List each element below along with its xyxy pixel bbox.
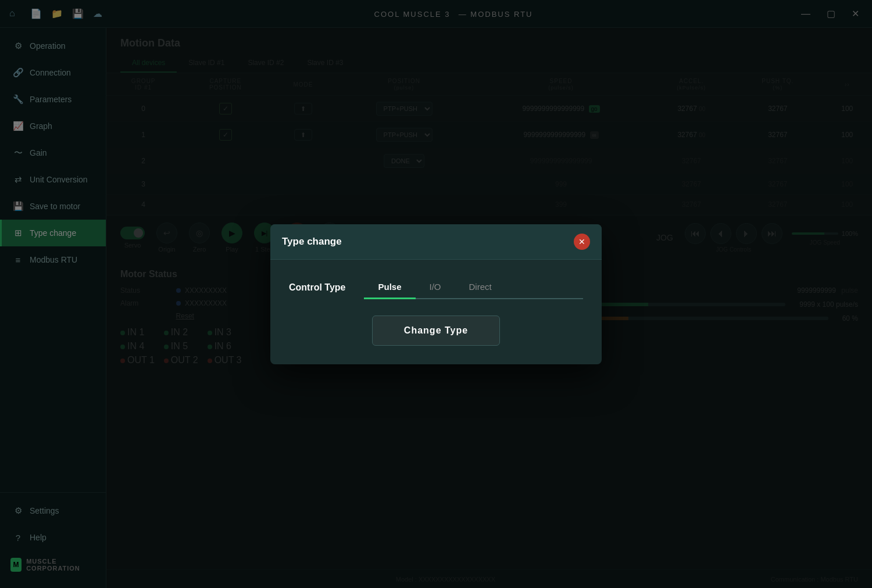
control-type-row: Control Type Pulse I/O Direct: [289, 276, 583, 299]
tab-direct[interactable]: Direct: [455, 276, 506, 299]
type-change-modal: Type change ✕ Control Type Pulse I/O Dir…: [270, 224, 602, 364]
modal-overlay: Type change ✕ Control Type Pulse I/O Dir…: [0, 0, 872, 588]
modal-close-button[interactable]: ✕: [574, 234, 590, 250]
tab-pulse[interactable]: Pulse: [364, 276, 415, 299]
change-type-button[interactable]: Change Type: [372, 315, 500, 346]
type-tabs: Pulse I/O Direct: [364, 276, 583, 299]
modal-title: Type change: [282, 236, 342, 248]
tab-io[interactable]: I/O: [416, 276, 455, 299]
modal-body: Control Type Pulse I/O Direct Change Typ…: [270, 260, 602, 364]
control-type-label: Control Type: [289, 282, 345, 293]
modal-header: Type change ✕: [270, 224, 602, 260]
